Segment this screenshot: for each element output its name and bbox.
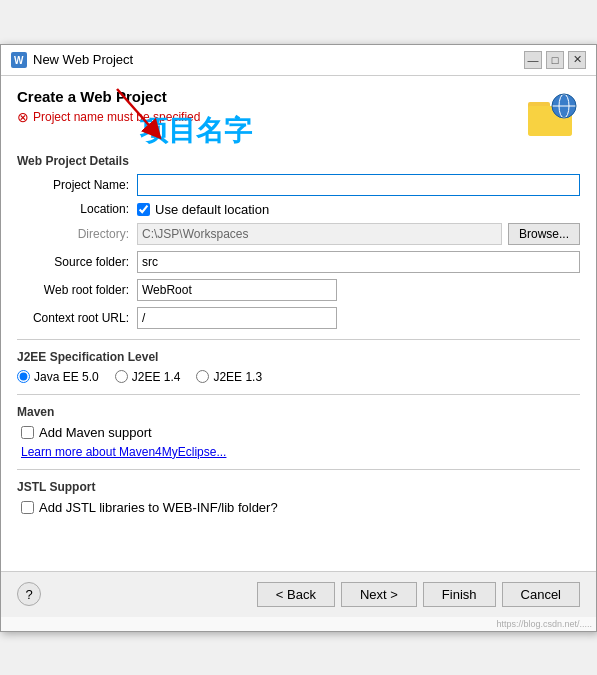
web-root-folder-label: Web root folder: <box>17 283 137 297</box>
j2ee-spec-label: J2EE Specification Level <box>17 350 580 364</box>
error-icon: ⊗ <box>17 109 29 125</box>
minimize-button[interactable]: — <box>524 51 542 69</box>
context-root-url-label: Context root URL: <box>17 311 137 325</box>
j2ee-radio-group: Java EE 5.0 J2EE 1.4 J2EE 1.3 <box>17 370 580 384</box>
maven-learn-more-link[interactable]: Learn more about Maven4MyEclipse... <box>21 445 226 459</box>
error-message-row: ⊗ Project name must be specified <box>17 109 200 125</box>
add-jstl-libraries-label: Add JSTL libraries to WEB-INF/lib folder… <box>39 500 278 515</box>
back-button[interactable]: < Back <box>257 582 335 607</box>
finish-button[interactable]: Finish <box>423 582 496 607</box>
maven-checkbox-row: Add Maven support <box>17 425 580 440</box>
close-button[interactable]: ✕ <box>568 51 586 69</box>
radio-javaee50-text: Java EE 5.0 <box>34 370 99 384</box>
context-root-url-input[interactable] <box>137 307 337 329</box>
source-folder-label: Source folder: <box>17 255 137 269</box>
use-default-location-checkbox[interactable] <box>137 203 150 216</box>
use-default-location-row: Use default location <box>137 202 269 217</box>
next-button[interactable]: Next > <box>341 582 417 607</box>
radio-javaee50[interactable] <box>17 370 30 383</box>
help-button[interactable]: ? <box>17 582 41 606</box>
folder-globe-icon <box>524 88 580 144</box>
dialog-window: W New Web Project — □ ✕ Create a Web Pro… <box>0 44 597 632</box>
radio-j2ee13[interactable] <box>196 370 209 383</box>
app-icon: W <box>11 52 27 68</box>
cancel-button[interactable]: Cancel <box>502 582 580 607</box>
context-root-url-row: Context root URL: <box>17 307 580 329</box>
jstl-section-label: JSTL Support <box>17 480 580 494</box>
jstl-checkbox-row: Add JSTL libraries to WEB-INF/lib folder… <box>17 500 580 515</box>
radio-j2ee14[interactable] <box>115 370 128 383</box>
radio-j2ee13-text: J2EE 1.3 <box>213 370 262 384</box>
project-name-input[interactable] <box>137 174 580 196</box>
window-controls: — □ ✕ <box>524 51 586 69</box>
add-jstl-libraries-checkbox[interactable] <box>21 501 34 514</box>
add-maven-support-checkbox[interactable] <box>21 426 34 439</box>
location-row: Location: Use default location <box>17 202 580 217</box>
project-name-label: Project Name: <box>17 178 137 192</box>
svg-text:W: W <box>14 55 24 66</box>
project-name-row: Project Name: <box>17 174 580 196</box>
maven-section-label: Maven <box>17 405 580 419</box>
dialog-footer: ? < Back Next > Finish Cancel <box>1 571 596 617</box>
footer-buttons: < Back Next > Finish Cancel <box>257 582 580 607</box>
error-message-text: Project name must be specified <box>33 110 200 124</box>
directory-label: Directory: <box>17 227 137 241</box>
use-default-location-label: Use default location <box>155 202 269 217</box>
maximize-button[interactable]: □ <box>546 51 564 69</box>
radio-j2ee14-text: J2EE 1.4 <box>132 370 181 384</box>
url-watermark: https://blog.csdn.net/..... <box>1 617 596 631</box>
add-maven-support-label: Add Maven support <box>39 425 152 440</box>
location-label: Location: <box>17 202 137 216</box>
web-root-folder-row: Web root folder: <box>17 279 580 301</box>
source-folder-row: Source folder: <box>17 251 580 273</box>
dialog-title: New Web Project <box>33 52 133 67</box>
radio-j2ee13-label[interactable]: J2EE 1.3 <box>196 370 262 384</box>
directory-row: Directory: Browse... <box>17 223 580 245</box>
browse-button[interactable]: Browse... <box>508 223 580 245</box>
page-title: Create a Web Project <box>17 88 200 105</box>
main-content: Create a Web Project ⊗ Project name must… <box>1 76 596 571</box>
web-root-folder-input[interactable] <box>137 279 337 301</box>
directory-input <box>137 223 502 245</box>
title-bar: W New Web Project — □ ✕ <box>1 45 596 76</box>
source-folder-input[interactable] <box>137 251 580 273</box>
radio-javaee50-label[interactable]: Java EE 5.0 <box>17 370 99 384</box>
radio-j2ee14-label[interactable]: J2EE 1.4 <box>115 370 181 384</box>
web-project-details-label: Web Project Details <box>17 154 580 168</box>
